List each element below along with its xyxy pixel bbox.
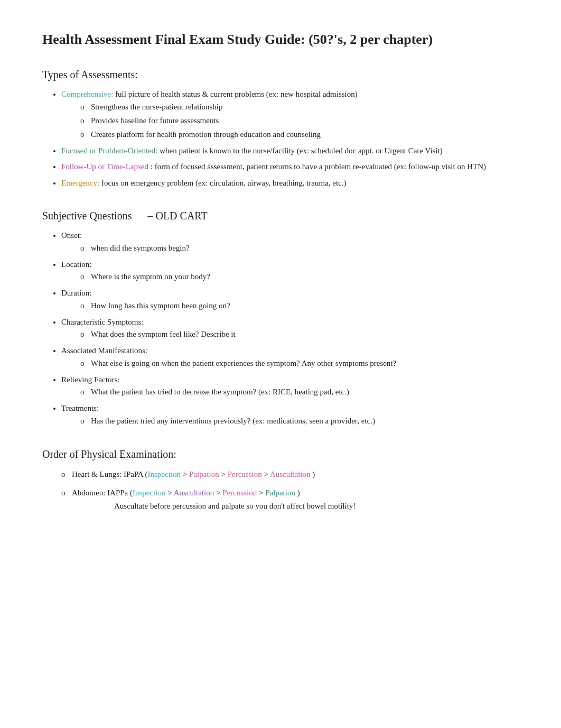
- list-item: Strengthens the nurse-patient relationsh…: [80, 100, 519, 113]
- list-item: Creates platform for health promotion th…: [80, 128, 519, 141]
- list-item-followup: Follow-Up or Time-Lapsed : form of focus…: [61, 161, 519, 173]
- label-comprehensive: Comprehensive:: [61, 90, 113, 98]
- sub-list-treatments: Has the patient tried any interventions …: [61, 414, 519, 427]
- list-item-characteristic: Characteristic Symptoms: What does the s…: [61, 316, 519, 341]
- arrow3: >: [262, 470, 270, 478]
- text-emergency: focus on emergency problem (ex: circulat…: [99, 179, 346, 187]
- list-item-focused: Focused or Problem-Oriented: when patien…: [61, 145, 519, 157]
- list-item-treatments: Treatments: Has the patient tried any in…: [61, 402, 519, 427]
- abdomen-auscultation: Auscultation: [174, 489, 214, 497]
- label-relieving: Relieving Factors:: [61, 375, 119, 384]
- label-followup: Follow-Up or Time-Lapsed: [61, 162, 148, 171]
- abdomen-percussion: Percussion: [222, 489, 257, 497]
- list-item: How long has this symptom been going on?: [80, 299, 519, 312]
- order-physical-section: Order of Physical Examination: Heart & L…: [42, 448, 519, 512]
- heart-suffix: ): [311, 470, 315, 478]
- arrow2: >: [219, 470, 228, 478]
- subjective-list: Onset: when did the symptoms begin? Loca…: [42, 229, 519, 427]
- sub-list-location: Where is the symptom on your body?: [61, 270, 519, 283]
- types-of-assessments-heading: Types of Assessments:: [42, 69, 519, 81]
- subjective-heading: Subjective Questions: [42, 210, 132, 222]
- label-associated: Associated Manifestations:: [61, 346, 147, 355]
- sub-list-relieving: What the patient has tried to decrease t…: [61, 385, 519, 398]
- abdomen-suffix: ): [295, 489, 300, 497]
- list-item-relieving: Relieving Factors: What the patient has …: [61, 374, 519, 399]
- list-item-heart-lungs: Heart & Lungs: IPaPA (Inspection > Palpa…: [61, 468, 519, 482]
- list-item-duration: Duration: How long has this symptom been…: [61, 287, 519, 312]
- sub-list-onset: when did the symptoms begin?: [61, 242, 519, 254]
- list-item-abdomen: Abdomen: IAPPa (Inspection > Auscultatio…: [61, 486, 519, 512]
- list-item: when did the symptoms begin?: [80, 242, 519, 254]
- types-of-assessments-section: Types of Assessments: Comprehensive: ful…: [42, 69, 519, 189]
- arrow5: >: [214, 489, 222, 497]
- page-title: Health Assessment Final Exam Study Guide…: [42, 32, 519, 48]
- text-followup: : form of focused assessment, patient re…: [148, 162, 486, 171]
- list-item: What does the symptom feel like? Describ…: [80, 328, 519, 340]
- abdomen-note: Auscultate before percussion and palpate…: [114, 500, 519, 512]
- arrow1: >: [181, 470, 189, 478]
- order-physical-heading: Order of Physical Examination:: [42, 448, 519, 460]
- label-duration: Duration:: [61, 289, 92, 297]
- heart-inspection: Inspection: [148, 470, 181, 478]
- list-item: What else is going on when the patient e…: [80, 357, 519, 370]
- subjective-heading-row: Subjective Questions – OLD CART: [42, 210, 519, 222]
- sub-list-comprehensive: Strengthens the nurse-patient relationsh…: [61, 100, 519, 141]
- list-item-comprehensive: Comprehensive: full picture of health st…: [61, 88, 519, 141]
- list-item-location: Location: Where is the symptom on your b…: [61, 259, 519, 283]
- label-onset: Onset:: [61, 231, 82, 239]
- sub-list-characteristic: What does the symptom feel like? Describ…: [61, 328, 519, 340]
- list-item: Has the patient tried any interventions …: [80, 414, 519, 427]
- types-of-assessments-list: Comprehensive: full picture of health st…: [42, 88, 519, 189]
- abdomen-palpation: Palpation: [265, 489, 295, 497]
- label-location: Location:: [61, 260, 91, 269]
- list-item-emergency: Emergency: focus on emergency problem (e…: [61, 177, 519, 189]
- label-characteristic: Characteristic Symptoms:: [61, 318, 143, 326]
- list-item-onset: Onset: when did the symptoms begin?: [61, 229, 519, 254]
- arrow6: >: [257, 489, 265, 497]
- order-physical-list: Heart & Lungs: IPaPA (Inspection > Palpa…: [42, 468, 519, 512]
- label-treatments: Treatments:: [61, 404, 99, 412]
- list-item: Where is the symptom on your body?: [80, 270, 519, 283]
- text-comprehensive: full picture of health status & current …: [113, 90, 357, 98]
- heart-auscultation: Auscultation: [270, 470, 311, 478]
- subjective-questions-section: Subjective Questions – OLD CART Onset: w…: [42, 210, 519, 427]
- arrow4: >: [165, 489, 173, 497]
- text-focused: when patient is known to the nurse/facil…: [157, 146, 442, 155]
- sub-list-associated: What else is going on when the patient e…: [61, 357, 519, 370]
- heart-palpation: Palpation: [189, 470, 219, 478]
- heart-percussion: Percussion: [228, 470, 262, 478]
- list-item: Provides baseline for future assessments: [80, 114, 519, 127]
- label-emergency: Emergency:: [61, 179, 99, 187]
- abdomen-inspection: Inspection: [133, 489, 165, 497]
- heart-lungs-prefix: Heart & Lungs: IPaPA (: [72, 470, 148, 478]
- subjective-subheading: – OLD CART: [147, 210, 207, 222]
- list-item: What the patient has tried to decrease t…: [80, 385, 519, 398]
- list-item-associated: Associated Manifestations: What else is …: [61, 345, 519, 370]
- abdomen-prefix: Abdomen: IAPPa (: [72, 489, 133, 497]
- label-focused: Focused or Problem-Oriented:: [61, 146, 157, 155]
- sub-list-duration: How long has this symptom been going on?: [61, 299, 519, 312]
